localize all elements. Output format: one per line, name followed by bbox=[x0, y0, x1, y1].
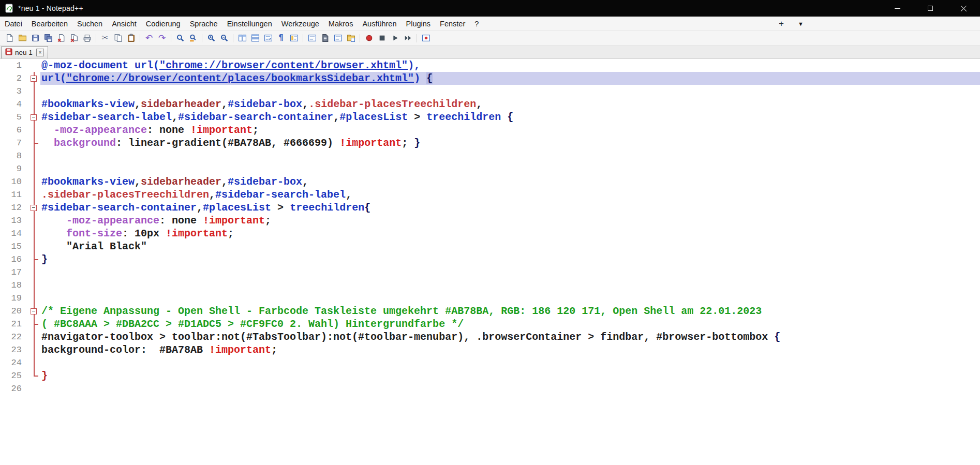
menu-item-datei[interactable]: Datei bbox=[0, 17, 27, 31]
show-all-characters-icon[interactable]: ¶ bbox=[275, 32, 287, 44]
menu-item-help[interactable]: ? bbox=[470, 17, 483, 31]
tab-list-dropdown-icon[interactable]: ▼ bbox=[798, 17, 804, 31]
document-map-icon[interactable] bbox=[319, 32, 331, 44]
code-text[interactable] bbox=[40, 266, 980, 279]
function-list-icon[interactable] bbox=[306, 32, 318, 44]
code-text[interactable]: url("chrome://browser/content/places/boo… bbox=[40, 72, 980, 85]
word-wrap-icon[interactable] bbox=[262, 32, 274, 44]
code-line-15[interactable]: 15 "Arial Black" bbox=[0, 240, 980, 253]
line-number[interactable]: 13 bbox=[0, 214, 28, 227]
code-text[interactable]: "Arial Black" bbox=[40, 240, 980, 253]
code-text[interactable]: background-color: #BA78AB !important; bbox=[40, 343, 980, 356]
line-number[interactable]: 2 bbox=[0, 72, 28, 85]
code-line-12[interactable]: 12#sidebar-search-container,#placesList … bbox=[0, 201, 980, 214]
code-text[interactable]: ( #BC8AAA > #DBA2CC > #D1ADC5 > #CF9FC0 … bbox=[40, 318, 980, 331]
redo-icon[interactable]: ↷ bbox=[156, 32, 168, 44]
code-text[interactable]: font-size: 10px !important; bbox=[40, 227, 980, 240]
zoom-out-icon[interactable] bbox=[218, 32, 230, 44]
folder-as-workspace-icon[interactable] bbox=[345, 32, 357, 44]
code-text[interactable] bbox=[40, 356, 980, 369]
code-line-16[interactable]: 16} bbox=[0, 253, 980, 266]
new-file-icon[interactable] bbox=[3, 32, 16, 44]
code-line-24[interactable]: 24 bbox=[0, 356, 980, 369]
record-macro-icon[interactable] bbox=[363, 32, 375, 44]
code-line-26[interactable]: 26 bbox=[0, 382, 980, 395]
close-button[interactable] bbox=[947, 0, 980, 17]
tab-neu-1[interactable]: neu 1 × bbox=[1, 46, 48, 58]
print-icon[interactable] bbox=[81, 32, 93, 44]
code-line-20[interactable]: 20/* Eigene Anpassung - Open Shell - Far… bbox=[0, 305, 980, 318]
line-number[interactable]: 15 bbox=[0, 240, 28, 253]
code-line-9[interactable]: 9 bbox=[0, 162, 980, 175]
save-all-icon[interactable] bbox=[42, 32, 54, 44]
code-line-3[interactable]: 3 bbox=[0, 85, 980, 98]
code-text[interactable] bbox=[40, 292, 980, 305]
menu-item-einstellungen[interactable]: Einstellungen bbox=[222, 17, 277, 31]
code-line-17[interactable]: 17 bbox=[0, 266, 980, 279]
line-number[interactable]: 1 bbox=[0, 59, 28, 72]
code-line-2[interactable]: 2url("chrome://browser/content/places/bo… bbox=[0, 72, 980, 85]
code-text[interactable]: #sidebar-search-label,#sidebar-search-co… bbox=[40, 111, 980, 124]
line-number[interactable]: 20 bbox=[0, 305, 28, 318]
line-number[interactable]: 10 bbox=[0, 175, 28, 188]
code-line-5[interactable]: 5#sidebar-search-label,#sidebar-search-c… bbox=[0, 111, 980, 124]
code-text[interactable] bbox=[40, 382, 980, 395]
zoom-in-icon[interactable] bbox=[205, 32, 217, 44]
line-number[interactable]: 18 bbox=[0, 279, 28, 292]
code-text[interactable]: @-moz-document url("chrome://browser/con… bbox=[40, 59, 980, 72]
save-icon[interactable] bbox=[29, 32, 41, 44]
find-icon[interactable] bbox=[174, 32, 186, 44]
menu-item-fenster[interactable]: Fenster bbox=[435, 17, 470, 31]
code-line-14[interactable]: 14 font-size: 10px !important; bbox=[0, 227, 980, 240]
run-macro-multiple-icon[interactable] bbox=[402, 32, 414, 44]
code-text[interactable]: } bbox=[40, 253, 980, 266]
code-line-18[interactable]: 18 bbox=[0, 279, 980, 292]
menu-item-ausfuhren[interactable]: Ausführen bbox=[358, 17, 401, 31]
playback-macro-icon[interactable] bbox=[389, 32, 401, 44]
code-line-6[interactable]: 6 -moz-appearance: none !important; bbox=[0, 124, 980, 137]
line-number[interactable]: 19 bbox=[0, 292, 28, 305]
sync-vertical-icon[interactable] bbox=[236, 32, 248, 44]
line-number[interactable]: 26 bbox=[0, 382, 28, 395]
code-text[interactable] bbox=[40, 162, 980, 175]
indent-guide-icon[interactable] bbox=[288, 32, 300, 44]
code-text[interactable] bbox=[40, 149, 980, 162]
undo-icon[interactable]: ↶ bbox=[143, 32, 155, 44]
line-number[interactable]: 6 bbox=[0, 124, 28, 137]
code-text[interactable] bbox=[40, 279, 980, 292]
close-file-icon[interactable] bbox=[55, 32, 67, 44]
fold-collapse-marker[interactable] bbox=[28, 72, 40, 85]
maximize-button[interactable] bbox=[914, 0, 947, 17]
line-number[interactable]: 7 bbox=[0, 137, 28, 149]
stop-recording-icon[interactable] bbox=[376, 32, 388, 44]
new-tab-plus-button[interactable]: + bbox=[779, 17, 784, 31]
code-line-19[interactable]: 19 bbox=[0, 292, 980, 305]
code-line-21[interactable]: 21( #BC8AAA > #DBA2CC > #D1ADC5 > #CF9FC… bbox=[0, 318, 980, 331]
code-line-1[interactable]: 1@-moz-document url("chrome://browser/co… bbox=[0, 59, 980, 72]
code-text[interactable]: #bookmarks-view,sidebarheader,#sidebar-b… bbox=[40, 175, 980, 188]
code-line-13[interactable]: 13 -moz-appearance: none !important; bbox=[0, 214, 980, 227]
code-text[interactable] bbox=[40, 85, 980, 98]
line-number[interactable]: 8 bbox=[0, 149, 28, 162]
line-number[interactable]: 5 bbox=[0, 111, 28, 124]
code-text[interactable]: #navigator-toolbox > toolbar:not(#TabsTo… bbox=[40, 331, 980, 343]
menu-item-plugins[interactable]: Plugins bbox=[402, 17, 436, 31]
menu-item-ansicht[interactable]: Ansicht bbox=[107, 17, 141, 31]
line-number[interactable]: 25 bbox=[0, 369, 28, 382]
line-number[interactable]: 12 bbox=[0, 201, 28, 214]
menu-item-sprache[interactable]: Sprache bbox=[185, 17, 222, 31]
editor[interactable]: 1@-moz-document url("chrome://browser/co… bbox=[0, 59, 980, 465]
code-line-7[interactable]: 7 background: linear-gradient(#BA78AB, #… bbox=[0, 137, 980, 149]
tab-close-icon[interactable]: × bbox=[36, 49, 44, 56]
code-text[interactable]: #bookmarks-view,sidebarheader,#sidebar-b… bbox=[40, 98, 980, 111]
line-number[interactable]: 24 bbox=[0, 356, 28, 369]
minimize-button[interactable] bbox=[881, 0, 914, 17]
fold-collapse-marker[interactable] bbox=[28, 111, 40, 124]
fold-collapse-marker[interactable] bbox=[28, 305, 40, 318]
code-text[interactable]: #sidebar-search-container,#placesList > … bbox=[40, 201, 980, 214]
replace-icon[interactable] bbox=[187, 32, 199, 44]
code-text[interactable]: -moz-appearance: none !important; bbox=[40, 214, 980, 227]
line-number[interactable]: 4 bbox=[0, 98, 28, 111]
code-text[interactable]: .sidebar-placesTreechildren,#sidebar-sea… bbox=[40, 188, 980, 201]
copy-icon[interactable] bbox=[112, 32, 124, 44]
